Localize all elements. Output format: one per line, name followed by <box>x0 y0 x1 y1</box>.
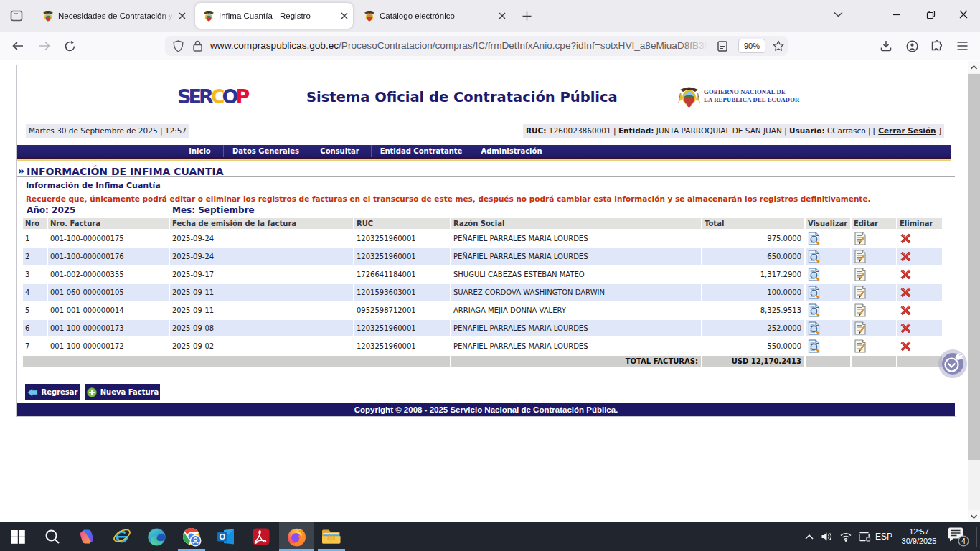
scroll-up-button[interactable] <box>968 61 980 73</box>
taskbar-outlook-button[interactable]: O <box>209 522 243 551</box>
page-scrollbar[interactable] <box>968 61 980 522</box>
account-button[interactable] <box>901 35 923 57</box>
cell-eliminar[interactable] <box>897 284 942 301</box>
back-button[interactable] <box>7 35 29 57</box>
visualizar-icon[interactable] <box>808 339 821 353</box>
visualizar-icon[interactable] <box>808 268 821 281</box>
logout-link[interactable]: Cerrar Sesión <box>878 126 936 135</box>
cell-visualizar[interactable] <box>806 338 850 354</box>
taskbar-ie-button[interactable] <box>105 522 139 551</box>
lock-icon[interactable] <box>193 40 202 52</box>
visualizar-icon[interactable] <box>808 286 821 299</box>
tray-cast-button[interactable] <box>854 522 873 551</box>
eliminar-icon[interactable] <box>900 340 912 352</box>
url-text[interactable]: www.compraspublicas.gob.ec/ProcesoContra… <box>210 36 712 56</box>
eliminar-icon[interactable] <box>900 250 912 263</box>
tab-close-icon[interactable] <box>495 9 509 23</box>
editar-icon[interactable] <box>854 250 867 263</box>
tab-infima-cuantia[interactable]: Infima Cuantía - Registro <box>195 3 353 29</box>
tab-catalogo[interactable]: Catálogo electrónico <box>356 3 511 29</box>
eliminar-icon[interactable] <box>900 232 912 245</box>
editar-icon[interactable] <box>854 232 867 245</box>
taskbar-edge-button[interactable] <box>139 522 174 551</box>
shield-icon[interactable] <box>173 40 184 52</box>
visualizar-icon[interactable] <box>808 232 821 245</box>
zoom-level-badge[interactable]: 90% <box>738 39 765 53</box>
reader-mode-icon[interactable] <box>717 41 727 52</box>
downloads-button[interactable] <box>875 35 897 57</box>
taskbar-firefox-button[interactable] <box>279 522 314 551</box>
forward-button[interactable] <box>34 35 55 57</box>
cell-editar[interactable] <box>852 284 896 301</box>
cell-eliminar[interactable] <box>897 320 942 336</box>
editar-icon[interactable] <box>854 339 867 353</box>
cell-visualizar[interactable] <box>806 320 850 336</box>
visualizar-icon[interactable] <box>808 303 821 317</box>
cell-eliminar[interactable] <box>897 230 942 247</box>
tab-necesidades[interactable]: Necesidades de Contratación y <box>34 3 191 29</box>
cell-eliminar[interactable] <box>897 266 942 283</box>
eliminar-icon[interactable] <box>900 322 912 334</box>
tray-network-button[interactable] <box>837 522 855 551</box>
cell-editar[interactable] <box>852 266 896 283</box>
cell-visualizar[interactable] <box>806 266 850 283</box>
cell-editar[interactable] <box>852 248 896 265</box>
taskbar-copilot-button[interactable] <box>70 522 104 551</box>
taskbar-acrobat-button[interactable] <box>244 522 278 551</box>
cell-editar[interactable] <box>852 338 896 354</box>
cell-visualizar[interactable] <box>806 284 850 301</box>
cell-editar[interactable] <box>852 320 896 336</box>
minimize-button[interactable] <box>880 0 913 29</box>
show-desktop-divider[interactable] <box>976 527 977 547</box>
tab-close-icon[interactable] <box>337 9 352 23</box>
scrollbar-thumb[interactable] <box>968 74 980 460</box>
visualizar-icon[interactable] <box>808 250 821 263</box>
menu-item-consultar[interactable]: Consultar <box>308 145 371 157</box>
eliminar-icon[interactable] <box>900 304 912 316</box>
scroll-down-button[interactable] <box>968 510 980 522</box>
firefox-view-button[interactable] <box>6 6 27 26</box>
cell-editar[interactable] <box>852 302 896 319</box>
nueva-factura-button[interactable]: Nueva Factura <box>85 384 160 400</box>
menu-item-entidad-contratante[interactable]: Entidad Contratante <box>371 145 471 157</box>
cell-eliminar[interactable] <box>897 248 942 265</box>
list-all-tabs-button[interactable] <box>821 0 854 29</box>
editar-icon[interactable] <box>854 286 867 299</box>
cell-visualizar[interactable] <box>806 230 850 247</box>
cell-visualizar[interactable] <box>806 248 850 265</box>
visualizar-icon[interactable] <box>808 321 821 335</box>
taskbar-search-button[interactable] <box>35 522 70 551</box>
eliminar-icon[interactable] <box>900 268 912 281</box>
col-header-total: Total <box>702 218 804 229</box>
taskbar-chrome-button[interactable] <box>174 522 209 551</box>
bookmark-star-icon[interactable] <box>773 40 784 52</box>
close-window-button[interactable] <box>947 0 980 29</box>
taskbar-explorer-button[interactable] <box>314 522 348 551</box>
taskbar-clock[interactable]: 12:57 30/9/2025 <box>895 522 943 551</box>
action-center-button[interactable]: 4 <box>946 522 971 551</box>
new-tab-button[interactable] <box>517 6 537 26</box>
cell-editar[interactable] <box>852 230 896 247</box>
start-button[interactable] <box>1 522 35 551</box>
menu-button[interactable] <box>951 35 973 57</box>
regresar-button[interactable]: Regresar <box>25 384 80 400</box>
editar-icon[interactable] <box>854 268 867 281</box>
url-bar[interactable]: www.compraspublicas.gob.ec/ProcesoContra… <box>165 36 788 56</box>
cell-eliminar[interactable] <box>897 302 942 319</box>
editar-icon[interactable] <box>854 303 867 317</box>
cell-visualizar[interactable] <box>806 302 850 319</box>
menu-item-administracion[interactable]: Administración <box>471 145 552 157</box>
eliminar-icon[interactable] <box>900 286 912 298</box>
restore-button[interactable] <box>914 0 947 29</box>
language-indicator[interactable]: ESP <box>875 532 892 542</box>
extensions-button[interactable] <box>926 35 948 57</box>
menu-item-inicio[interactable]: Inicio <box>176 145 223 157</box>
reload-button[interactable] <box>59 35 80 57</box>
floating-clock-widget[interactable] <box>938 348 969 380</box>
cell-eliminar[interactable] <box>897 338 942 354</box>
tab-close-icon[interactable] <box>175 9 189 23</box>
menu-item-datos-generales[interactable]: Datos Generales <box>223 145 308 157</box>
editar-icon[interactable] <box>854 321 867 335</box>
tray-volume-button[interactable] <box>818 522 837 551</box>
edge-icon <box>148 528 166 546</box>
